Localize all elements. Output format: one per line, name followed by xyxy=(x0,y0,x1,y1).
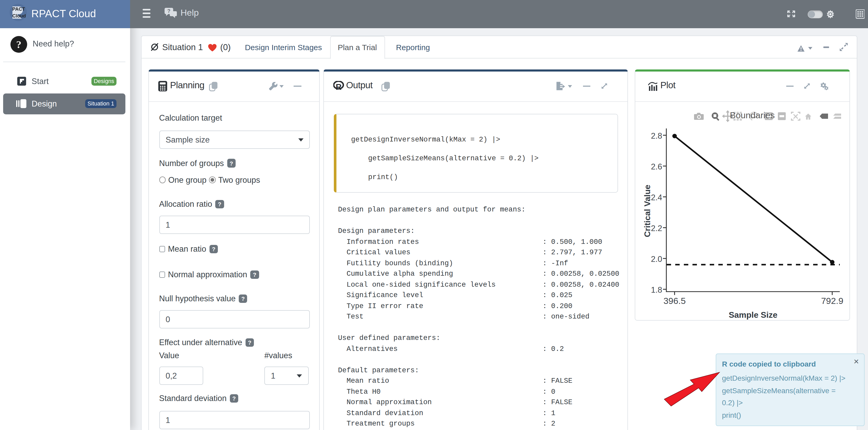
svg-text:2.6: 2.6 xyxy=(651,162,662,171)
svg-text:?: ? xyxy=(16,38,21,50)
svg-text:Sample Size: Sample Size xyxy=(729,310,778,319)
svg-text:2.0: 2.0 xyxy=(651,254,662,263)
svg-text:Cloud: Cloud xyxy=(12,13,26,18)
svg-text:2.4: 2.4 xyxy=(651,193,662,202)
svg-text:Boundaries: Boundaries xyxy=(730,110,775,120)
svg-text:PACT: PACT xyxy=(12,6,25,11)
svg-text:2.2: 2.2 xyxy=(651,224,662,233)
svg-text:R: R xyxy=(335,82,341,91)
svg-text:1.8: 1.8 xyxy=(651,285,662,294)
svg-text:2.8: 2.8 xyxy=(651,131,662,140)
svg-text:396.5: 396.5 xyxy=(663,296,686,305)
svg-text:Critical Value: Critical Value xyxy=(643,185,652,237)
svg-text:792.9: 792.9 xyxy=(821,296,843,305)
